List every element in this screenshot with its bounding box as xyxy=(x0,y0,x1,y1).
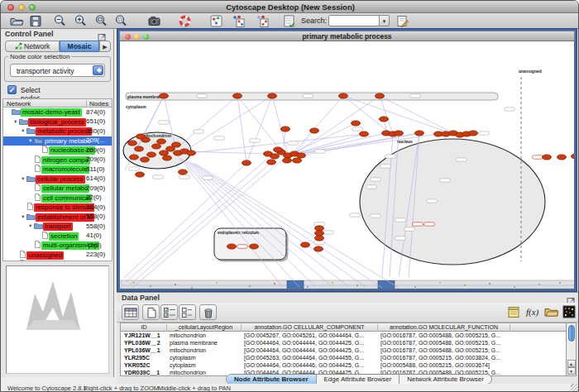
network-node[interactable] xyxy=(380,117,389,122)
tab-network[interactable]: Network xyxy=(5,41,60,52)
network-node[interactable] xyxy=(469,131,478,136)
network-node[interactable] xyxy=(281,127,290,131)
table-cell[interactable]: [GO:0045267, GO:0045261, GO:0044464, G..… xyxy=(244,332,376,340)
tab-node-attribute-browser[interactable]: Node Attribute Browser xyxy=(227,375,317,384)
open-icon[interactable] xyxy=(9,14,24,28)
network-node[interactable] xyxy=(395,131,404,136)
select-nodes-checkbox[interactable]: ✓ xyxy=(7,85,17,94)
network-node[interactable] xyxy=(283,158,292,163)
table-cell[interactable]: [GO:0016787, GO:0005215, GO:0003824, G..… xyxy=(380,355,509,362)
network-node[interactable] xyxy=(136,134,146,139)
attribute-table-icon[interactable] xyxy=(122,304,139,320)
network-node[interactable] xyxy=(415,131,424,136)
notepad-icon[interactable] xyxy=(507,305,521,322)
network-window-titlebar[interactable]: primary metabolic process xyxy=(119,31,575,41)
tree-row[interactable]: ▼metabolic process280(0) xyxy=(3,127,112,136)
minimize-icon[interactable] xyxy=(18,4,25,11)
table-cell[interactable]: [GO:0044464, GO:0044446, GO:0044425, G..… xyxy=(244,362,376,370)
network-node[interactable] xyxy=(572,154,576,159)
attribute-matrix-icon[interactable] xyxy=(562,305,576,322)
network-edge[interactable] xyxy=(343,96,390,133)
network-node[interactable] xyxy=(179,170,188,174)
network-node[interactable] xyxy=(130,155,139,160)
edit-annotation-icon[interactable] xyxy=(395,14,410,28)
network-edge[interactable] xyxy=(178,156,283,287)
tree-row[interactable]: ▼biological_process651(0) xyxy=(3,117,112,127)
tree-expand-icon[interactable]: ▼ xyxy=(28,138,34,143)
close-icon[interactable] xyxy=(125,34,131,40)
table-cell[interactable]: plasma membrane xyxy=(170,340,240,347)
network-node[interactable] xyxy=(543,155,552,160)
tree-expand-icon[interactable]: ▼ xyxy=(21,176,26,181)
function-builder-icon[interactable]: f(x) xyxy=(524,305,541,322)
network-node[interactable] xyxy=(172,142,181,147)
tree-expand-icon[interactable]: ▼ xyxy=(21,128,26,133)
zoom-out-icon[interactable] xyxy=(53,14,68,28)
network-node[interactable] xyxy=(270,154,280,159)
select-attributes-icon[interactable] xyxy=(160,304,178,320)
table-row[interactable]: YKR052Ccytoplasm[GO:0044464, GO:0044446,… xyxy=(121,361,566,369)
tree-row[interactable]: nucleobase-co209(0) xyxy=(3,146,112,155)
birds-eye-view[interactable] xyxy=(6,265,109,374)
network-node[interactable] xyxy=(352,121,361,126)
new-attribute-icon[interactable] xyxy=(142,304,160,320)
tree-row[interactable]: multi-organism pro42(0) xyxy=(3,241,112,251)
table-cell[interactable]: YPL036W__1 xyxy=(124,347,165,355)
resize-grip[interactable] xyxy=(571,384,579,392)
node-color-select[interactable]: transporter activity xyxy=(10,64,105,77)
table-cell[interactable]: cytoplasm xyxy=(170,355,240,362)
network-edge[interactable] xyxy=(272,96,288,155)
network-node[interactable] xyxy=(267,160,276,165)
tab-edge-attribute-browser[interactable]: Edge Attribute Browser xyxy=(317,375,400,384)
network-node[interactable] xyxy=(315,236,324,241)
network-node[interactable] xyxy=(157,139,166,144)
tree-expand-icon[interactable]: ▼ xyxy=(28,223,34,228)
column-header[interactable]: annotation.GO CELLULAR_COMPONENT xyxy=(242,324,378,332)
network-node[interactable] xyxy=(293,158,302,163)
search-dropdown-icon[interactable]: ▼ xyxy=(379,15,390,26)
tree-row[interactable]: response to stimulu264(0) xyxy=(3,203,112,213)
network-node[interactable] xyxy=(136,172,145,177)
network-node[interactable] xyxy=(310,128,319,133)
network-edge[interactable] xyxy=(177,96,237,148)
table-cell[interactable]: [GO:0016787, GO:0005488, GO:0005215, G..… xyxy=(380,332,509,340)
vizmapper-alt-icon[interactable] xyxy=(255,14,270,28)
table-cell[interactable]: YKR052C xyxy=(124,362,165,370)
tab-overflow-button[interactable]: ▶ xyxy=(99,41,111,52)
network-node[interactable] xyxy=(360,131,369,136)
network-node[interactable] xyxy=(128,141,137,146)
tree-row[interactable]: ▼primary metabo209(... xyxy=(3,136,112,146)
table-scrollbar[interactable]: ▲ ▼ xyxy=(567,323,577,376)
tree-row[interactable]: macromolecule311(0) xyxy=(3,165,112,174)
network-edge[interactable] xyxy=(190,162,366,287)
column-header[interactable]: _cellularLayoutRegion xyxy=(167,324,242,332)
tree-row[interactable]: cellular metabo209(0) xyxy=(3,184,112,194)
network-node[interactable] xyxy=(160,151,169,155)
tab-mosaic[interactable]: Mosaic xyxy=(60,41,99,52)
table-row[interactable]: YLR295Ccytoplasm[GO:0045263, GO:0044464,… xyxy=(121,354,566,361)
snapshot-icon[interactable] xyxy=(147,14,162,28)
table-cell[interactable]: [GO:0045263, GO:0044464, GO:0044455, G..… xyxy=(244,355,376,362)
table-cell[interactable]: YLR295C xyxy=(124,355,165,362)
vizmapper-icon[interactable] xyxy=(231,14,246,28)
close-icon[interactable] xyxy=(7,4,14,11)
zoom-selected-icon[interactable] xyxy=(114,14,129,28)
network-node[interactable] xyxy=(315,231,324,236)
network-node[interactable] xyxy=(557,155,567,160)
network-node[interactable] xyxy=(163,155,172,160)
table-cell[interactable]: [GO:0044464, GO:0044444, GO:0044425, G..… xyxy=(244,340,376,347)
table-cell[interactable]: YPL036W__2 xyxy=(124,340,165,347)
tree-row[interactable]: mosaic-demo-yeast874(0) xyxy=(3,108,112,117)
network-edge[interactable] xyxy=(283,129,285,153)
minimize-icon[interactable] xyxy=(134,34,140,40)
network-node[interactable] xyxy=(297,153,306,158)
tree-expand-icon[interactable]: ▼ xyxy=(13,119,19,124)
column-header[interactable]: annotation.GO MOLECULAR_FUNCTION xyxy=(378,324,510,332)
table-row[interactable]: YPL036W__2plasma membrane[GO:0044464, GO… xyxy=(121,339,566,347)
network-node[interactable] xyxy=(250,244,259,249)
scrollbar-thumb[interactable] xyxy=(568,325,575,342)
network-node[interactable] xyxy=(301,242,310,247)
tree-row[interactable]: cell communicat22(0) xyxy=(3,194,112,203)
column-header[interactable] xyxy=(510,324,567,332)
network-node[interactable] xyxy=(160,93,169,98)
